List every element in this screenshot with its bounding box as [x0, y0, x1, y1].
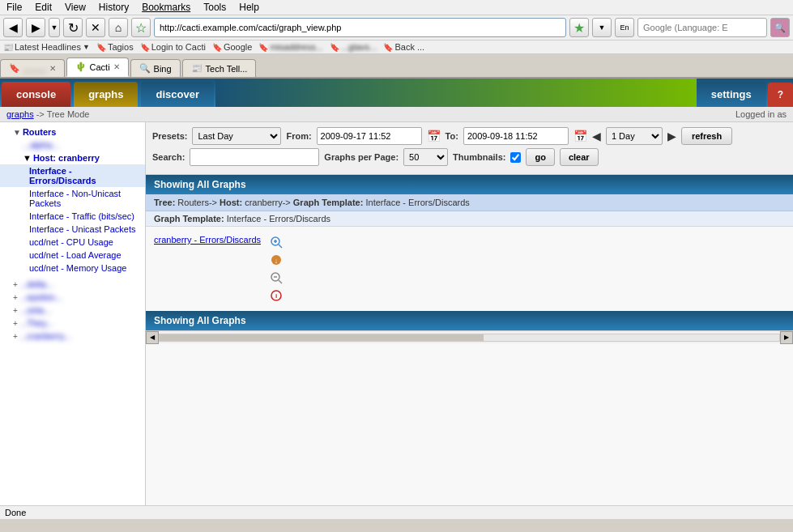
per-page-select[interactable]: 50 [403, 148, 448, 166]
sidebar-group-blurred1[interactable]: + ...delta... [0, 278, 145, 291]
tab-favicon: 📰 [191, 63, 203, 74]
graph-action-icons: ↓ i [269, 235, 284, 303]
nav-discover-button[interactable]: discover [141, 82, 213, 107]
to-label: To: [446, 131, 458, 141]
lang-button[interactable]: En [615, 18, 634, 37]
to-calendar-icon[interactable]: 📅 [573, 130, 587, 143]
menu-help[interactable]: Help [239, 2, 259, 13]
host-expand-icon: ▼ [23, 153, 32, 163]
bookmark-icon: 🔖 [140, 43, 150, 52]
bm-latest-headlines[interactable]: 📰 Latest Headlines ▼ [3, 42, 90, 52]
bm-tagios[interactable]: 🔖 Tagios [96, 42, 134, 52]
bm-misaddress[interactable]: 🔖 misaddress... [258, 42, 322, 52]
back-button[interactable]: ◀ [3, 18, 23, 37]
chevron-down-icon[interactable]: ▼ [83, 43, 90, 51]
scroll-track[interactable] [159, 334, 780, 342]
sidebar: ▼ Routers ...alpha... ▼ Host: cranberry … [0, 122, 146, 505]
sidebar-item-traffic[interactable]: Interface - Traffic (bits/sec) [0, 210, 145, 223]
cacti-app: console graphs discover settings ? graph… [0, 79, 793, 505]
sidebar-routers-label[interactable]: Routers [23, 127, 57, 137]
forward-button[interactable]: ▶ [26, 18, 45, 37]
content-area: Presets: Last Day From: 📅 To: 📅 ◀ 1 Day … [146, 122, 793, 505]
scroll-right-button[interactable]: ▶ [780, 331, 793, 344]
nav-console-button[interactable]: console [2, 82, 70, 107]
url-input[interactable] [154, 18, 566, 37]
download-button[interactable]: ↓ [269, 253, 284, 267]
sidebar-group-blurred4[interactable]: + ...They... [0, 317, 145, 330]
to-input[interactable] [463, 127, 569, 145]
browser-search-input[interactable] [637, 18, 767, 37]
stop-button[interactable]: ✕ [86, 18, 105, 37]
go-button[interactable]: go [526, 148, 554, 166]
menu-file[interactable]: File [6, 2, 22, 13]
bookmark-add[interactable]: ★ [569, 18, 589, 37]
scroll-left-button[interactable]: ◀ [146, 331, 159, 344]
per-page-label: Graphs per Page: [324, 152, 399, 162]
tab-close-button[interactable]: ✕ [49, 64, 56, 73]
menu-bookmarks[interactable]: Bookmarks [142, 2, 190, 13]
sidebar-group-blurred3[interactable]: + ...zeta... [0, 304, 145, 317]
sidebar-item-memory[interactable]: ucd/net - Memory Usage [0, 262, 145, 275]
menu-tools[interactable]: Tools [203, 2, 226, 13]
bookmark-icon: 🔖 [212, 43, 222, 52]
menu-history[interactable]: History [99, 2, 129, 13]
from-calendar-icon[interactable]: 📅 [427, 130, 441, 143]
search-input[interactable] [190, 148, 319, 166]
menu-edit[interactable]: Edit [35, 2, 52, 13]
tab-label: Cacti [90, 62, 110, 72]
breadcrumb-graphs-link[interactable]: graphs [6, 109, 34, 119]
tab-blurred[interactable]: 🔖 ......... ✕ [0, 59, 65, 77]
graph-view-button[interactable]: i [269, 288, 284, 303]
scroll-thumb[interactable] [160, 334, 484, 341]
from-label: From: [286, 131, 311, 141]
bookmark-star[interactable]: ☆ [131, 18, 151, 37]
showing-all-graphs-top: Showing All Graphs [146, 175, 793, 194]
bm-login-cacti[interactable]: 🔖 Login to Cacti [140, 42, 206, 52]
sidebar-item-unicast[interactable]: Interface - Unicast Packets [0, 223, 145, 236]
sidebar-item-non-unicast[interactable]: Interface - Non-Unicast Packets [0, 187, 145, 210]
nav-settings-button[interactable]: settings [697, 82, 766, 107]
zoom-in-button[interactable] [269, 235, 284, 249]
expand-icon: ▼ [13, 128, 21, 137]
thumbnails-checkbox[interactable] [510, 152, 521, 163]
home-button[interactable]: ⌂ [109, 18, 128, 37]
dropdown-button[interactable]: ▼ [592, 18, 612, 37]
sidebar-group-blurred5[interactable]: + ...cranberry... [0, 330, 145, 343]
prev-period-button[interactable]: ◀ [592, 130, 601, 143]
period-select[interactable]: 1 Day [606, 127, 663, 145]
bm-google[interactable]: 🔖 Google [212, 42, 252, 52]
tab-close-button[interactable]: ✕ [113, 62, 120, 71]
sidebar-item-cpu[interactable]: ucd/net - CPU Usage [0, 236, 145, 249]
bm-extra1[interactable]: 🔖 ...gtavs... [330, 42, 377, 52]
forward-dropdown[interactable]: ▼ [49, 18, 60, 37]
showing-all-graphs-bottom: Showing All Graphs [146, 311, 793, 330]
zoom-out-button[interactable] [269, 270, 284, 285]
from-input[interactable] [317, 127, 422, 145]
search-go-button[interactable]: 🔍 [770, 18, 790, 37]
search-label: Search: [152, 152, 185, 162]
nav-graphs-button[interactable]: graphs [74, 82, 138, 107]
next-period-button[interactable]: ▶ [667, 130, 676, 143]
tab-cacti[interactable]: 🌵 Cacti ✕ [66, 57, 129, 77]
logged-in-label: Logged in as [735, 109, 787, 119]
sidebar-routers-group[interactable]: ▼ Routers [0, 126, 145, 138]
sidebar-group-blurred2[interactable]: + ...epsilon... [0, 291, 145, 304]
sidebar-host-cranberry[interactable]: ▼ Host: cranberry [0, 151, 145, 164]
bm-back[interactable]: 🔖 Back ... [383, 42, 424, 52]
reload-button[interactable]: ↻ [63, 18, 83, 37]
svg-line-7 [279, 280, 282, 283]
refresh-button[interactable]: refresh [681, 127, 732, 145]
menu-view[interactable]: View [65, 2, 86, 13]
tab-bing[interactable]: 🔍 Bing [130, 59, 181, 77]
nav-help-button[interactable]: ? [768, 83, 793, 107]
sidebar-item-blurred1[interactable]: ...alpha... [0, 138, 145, 151]
presets-select[interactable]: Last Day [192, 127, 281, 145]
tab-label: Tech Tell... [206, 64, 248, 74]
sidebar-item-load[interactable]: ucd/net - Load Average [0, 249, 145, 262]
tab-label: Bing [154, 64, 172, 74]
tab-techtelll[interactable]: 📰 Tech Tell... [182, 59, 257, 77]
svg-text:↓: ↓ [275, 257, 279, 265]
sidebar-item-errors-discards[interactable]: Interface - Errors/Discards [0, 164, 145, 187]
rss-icon: 📰 [3, 43, 13, 52]
clear-button[interactable]: clear [560, 148, 599, 166]
